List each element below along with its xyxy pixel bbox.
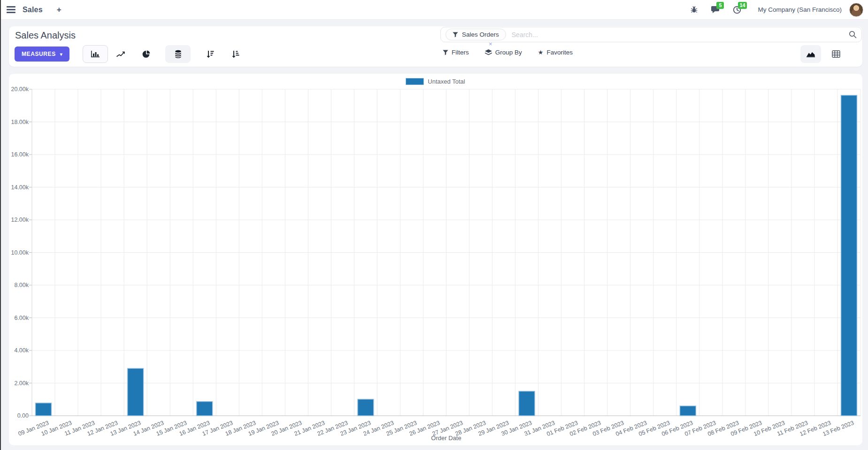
measures-button[interactable]: MEASURES ▾ — [15, 47, 69, 62]
debug-bug-icon[interactable] — [689, 5, 699, 15]
filter-funnel-icon — [453, 32, 458, 38]
bar[interactable] — [519, 391, 535, 416]
y-tick-label: 14.00k — [9, 184, 29, 191]
sort-ascending-button[interactable] — [223, 45, 248, 63]
y-tick-label: 6.00k — [9, 314, 29, 322]
user-avatar[interactable] — [849, 3, 863, 17]
filters-button[interactable]: Filters — [443, 49, 469, 56]
navbar-left: Sales + — [0, 5, 61, 15]
navbar-right: 5 14 My Company (San Francisco) — [677, 3, 868, 17]
pie-chart-button[interactable] — [133, 45, 159, 63]
y-tick-label: 4.00k — [9, 347, 29, 354]
app-root: Sales + 5 — [0, 0, 868, 450]
top-navbar: Sales + 5 — [0, 0, 868, 20]
area-chart-icon — [806, 50, 815, 58]
bar[interactable] — [680, 406, 696, 416]
filters-label: Filters — [452, 49, 469, 56]
group-by-label: Group By — [495, 49, 522, 56]
apps-menu-icon[interactable] — [7, 6, 15, 13]
y-tick-label: 16.00k — [9, 151, 29, 158]
control-panel: Sales Analysis MEASURES ▾ — [9, 26, 862, 67]
pivot-view-button[interactable] — [826, 45, 846, 63]
search-facet-label: Sales Orders — [462, 31, 499, 38]
y-tick-label: 8.00k — [9, 281, 29, 289]
activities-badge: 14 — [738, 2, 746, 9]
bar[interactable] — [197, 402, 213, 416]
y-tick-label: 2.00k — [9, 380, 29, 387]
stacked-button[interactable] — [165, 45, 191, 63]
search-bar[interactable]: Sales Orders Search... — [440, 27, 862, 42]
facet-remove-icon[interactable]: × — [489, 41, 492, 47]
app-menu-sales[interactable]: Sales — [23, 6, 43, 14]
x-axis-title: Order Date — [32, 434, 860, 442]
caret-down-icon: ▾ — [60, 52, 63, 57]
activities-clock-icon[interactable]: 14 — [732, 5, 742, 15]
line-chart-button[interactable] — [108, 45, 133, 63]
page-title: Sales Analysis — [15, 30, 76, 41]
chart-area: Untaxed Total 0.002.00k4.00k6.00k8.00k10… — [9, 74, 862, 445]
search-input[interactable]: Search... — [512, 31, 849, 39]
chart-controls: MEASURES ▾ — [15, 45, 248, 63]
search-options: Filters Group By ★ Favorites — [443, 49, 573, 56]
y-tick-label: 0.00 — [9, 412, 29, 419]
messages-icon[interactable]: 5 — [711, 5, 720, 15]
pivot-table-icon — [832, 50, 840, 58]
filter-funnel-icon — [443, 50, 448, 55]
group-by-button[interactable]: Group By — [485, 49, 522, 56]
search-facet-sales-orders[interactable]: Sales Orders — [446, 29, 506, 40]
search-icon[interactable] — [849, 31, 857, 39]
y-tick-label: 10.00k — [9, 249, 29, 256]
company-switcher[interactable]: My Company (San Francisco) — [758, 6, 842, 13]
favorites-button[interactable]: ★ Favorites — [538, 49, 573, 56]
view-switcher — [800, 45, 846, 63]
messages-badge: 5 — [716, 2, 724, 9]
y-tick-label: 20.00k — [9, 85, 29, 93]
bar[interactable] — [358, 399, 374, 416]
bar[interactable] — [841, 95, 857, 416]
measures-label: MEASURES — [22, 51, 56, 57]
bar-chart-button[interactable] — [83, 45, 108, 63]
bar[interactable] — [36, 403, 52, 416]
y-tick-label: 12.00k — [9, 216, 29, 224]
star-icon: ★ — [538, 49, 544, 55]
layers-icon — [485, 49, 492, 56]
favorites-label: Favorites — [546, 49, 573, 56]
sort-descending-button[interactable] — [197, 45, 223, 63]
window-edge — [0, 0, 1, 450]
y-tick-label: 18.00k — [9, 118, 29, 126]
bar-chart — [9, 74, 862, 445]
plus-icon[interactable]: + — [57, 5, 61, 15]
bar[interactable] — [128, 368, 144, 416]
graph-view-button[interactable] — [800, 45, 821, 63]
